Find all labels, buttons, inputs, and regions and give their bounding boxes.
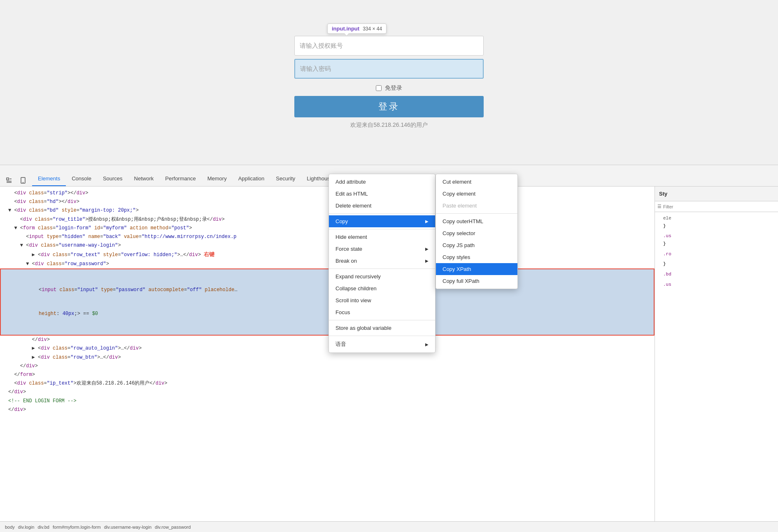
page-preview: input.input 334 × 44 请输入授权账号 请输入密码 免登录 登… — [0, 0, 778, 165]
username-placeholder: 请输入授权账号 — [300, 42, 343, 50]
elements-panel: <div class="strip"></div> <div class="hd… — [0, 187, 655, 521]
submenu-copy-outerhtml[interactable]: Copy outerHTML — [436, 215, 517, 227]
context-menu: Add attribute Edit as HTML Delete elemen… — [328, 174, 436, 353]
tab-sources[interactable]: Sources — [97, 171, 128, 186]
break-on-arrow-icon: ▶ — [425, 259, 429, 263]
menu-delete-element[interactable]: Delete element — [329, 200, 435, 212]
submenu-copy-xpath[interactable]: Copy XPath — [436, 263, 517, 275]
remember-row: 免登录 — [376, 84, 402, 92]
code-line: ▶ <div class="row_btn">…</div> — [0, 353, 655, 362]
menu-hide-element[interactable]: Hide element — [329, 231, 435, 243]
menu-break-on-label: Break on — [335, 258, 357, 264]
devtools-icon-group — [0, 175, 32, 186]
menu-separator — [329, 213, 435, 214]
styles-panel: Sty ☰ ele } .us } .ro — [655, 187, 778, 521]
code-line: <div class="row_title">授&nbsp;权&nbsp;用&n… — [0, 215, 655, 224]
tab-elements[interactable]: Elements — [32, 171, 66, 186]
submenu-copy-element[interactable]: Copy element — [436, 188, 517, 200]
breadcrumb-div-password[interactable]: div.row_password — [153, 525, 192, 530]
code-line: </div> — [0, 388, 655, 397]
code-line: <div class="ip_text">欢迎来自58.218.26.146的用… — [0, 379, 655, 388]
style-rule: ele } — [658, 215, 775, 230]
code-line-comment: <!-- END LOGIN FORM --> — [0, 397, 655, 406]
code-line: ▼ <div class="bd" style="margin-top: 20p… — [0, 206, 655, 215]
tab-memory[interactable]: Memory — [202, 171, 233, 186]
code-line: <div class="hd"></div> — [0, 198, 655, 206]
tab-console[interactable]: Console — [66, 171, 97, 186]
login-container: input.input 334 × 44 请输入授权账号 请输入密码 免登录 登… — [294, 36, 484, 129]
menu-separator — [329, 320, 435, 320]
remember-label: 免登录 — [385, 84, 402, 92]
code-line: ▼ <div class="row_password"> — [0, 260, 655, 268]
styles-content: ele } .us } .ro } .bd — [655, 212, 778, 521]
style-rule: .us } — [658, 232, 775, 247]
menu-force-state[interactable]: Force state ▶ — [329, 243, 435, 255]
menu-voice[interactable]: 语音 ▶ — [329, 338, 435, 351]
element-tooltip: input.input 334 × 44 — [327, 23, 387, 34]
code-line: ▼ <form class="login-form" id="myform" a… — [0, 224, 655, 233]
force-state-arrow-icon: ▶ — [425, 247, 429, 251]
menu-copy-label: Copy — [335, 218, 348, 224]
password-input-preview: 请输入密码 — [294, 59, 484, 79]
submenu-separator — [436, 213, 517, 214]
menu-copy[interactable]: Copy ▶ — [329, 215, 435, 227]
devtools-breadcrumb: body div.login div.bd form#myform.login-… — [0, 521, 778, 532]
menu-separator — [329, 268, 435, 269]
password-placeholder: 请输入密码 — [300, 65, 331, 73]
code-line-highlighted[interactable]: <input class="input" type="password" aut… — [0, 268, 655, 336]
styles-filter-bar: ☰ — [655, 201, 778, 212]
menu-separator — [329, 336, 435, 336]
tab-security[interactable]: Security — [270, 171, 301, 186]
styles-filter-input[interactable] — [663, 204, 776, 209]
submenu-copy: Cut element Copy element Paste element C… — [436, 174, 518, 289]
submenu-copy-selector[interactable]: Copy selector — [436, 227, 517, 239]
code-line: </div> — [0, 406, 655, 414]
voice-arrow-icon: ▶ — [425, 342, 429, 347]
code-line: </form> — [0, 371, 655, 379]
breadcrumb-div-login[interactable]: div.login — [16, 525, 36, 530]
tab-performance[interactable]: Performance — [159, 171, 201, 186]
style-rule: .us — [658, 281, 775, 289]
submenu-copy-js-path[interactable]: Copy JS path — [436, 239, 517, 251]
style-rule: .ro — [658, 250, 775, 258]
menu-break-on[interactable]: Break on ▶ — [329, 255, 435, 267]
menu-edit-html[interactable]: Edit as HTML — [329, 188, 435, 200]
styles-header: Sty — [655, 187, 778, 201]
code-line: ▼ <div class="username-way-login"> — [0, 241, 655, 250]
style-rule: .bd — [658, 271, 775, 278]
svg-rect-0 — [7, 178, 9, 180]
menu-collapse-children[interactable]: Collapse children — [329, 282, 435, 294]
code-line: <div class="strip"></div> — [0, 189, 655, 198]
menu-store-global[interactable]: Store as global variable — [329, 322, 435, 334]
breadcrumb-div-bd[interactable]: div.bd — [36, 525, 51, 530]
menu-scroll-into-view[interactable]: Scroll into view — [329, 294, 435, 306]
submenu-paste-element: Paste element — [436, 200, 517, 212]
breadcrumb-form[interactable]: form#myform.login-form — [51, 525, 102, 530]
menu-add-attribute[interactable]: Add attribute — [329, 176, 435, 188]
code-line: </div> — [0, 336, 655, 344]
code-line: </div> — [0, 362, 655, 371]
remember-checkbox[interactable] — [376, 85, 382, 91]
menu-force-state-label: Force state — [335, 246, 362, 252]
submenu-cut-element[interactable]: Cut element — [436, 176, 517, 188]
menu-expand-recursively[interactable]: Expand recursively — [329, 271, 435, 282]
code-line: ▶ <div class="row_text" style="overflow:… — [0, 250, 655, 259]
submenu-copy-styles[interactable]: Copy styles — [436, 251, 517, 263]
menu-separator — [329, 229, 435, 229]
login-button[interactable]: 登录 — [294, 96, 484, 117]
breadcrumb-div-username[interactable]: div.username-way-login — [102, 525, 153, 530]
breadcrumb-body[interactable]: body — [3, 525, 16, 530]
welcome-text: 欢迎来自58.218.26.146的用户 — [350, 121, 428, 129]
code-line: <input type="hidden" name="back" value="… — [0, 233, 655, 241]
tab-network[interactable]: Network — [128, 171, 160, 186]
device-icon[interactable] — [17, 175, 29, 186]
tooltip-size-label: 334 × 44 — [363, 26, 382, 32]
menu-focus[interactable]: Focus — [329, 306, 435, 318]
inspect-icon[interactable] — [3, 175, 15, 186]
tab-application[interactable]: Application — [233, 171, 270, 186]
filter-icon: ☰ — [657, 204, 662, 209]
username-input-preview: 请输入授权账号 — [294, 36, 484, 56]
submenu-copy-full-xpath[interactable]: Copy full XPath — [436, 275, 517, 287]
code-line: ▶ <div class="row_auto_login">…</div> — [0, 344, 655, 353]
tooltip-class-label: input.input — [332, 26, 359, 32]
